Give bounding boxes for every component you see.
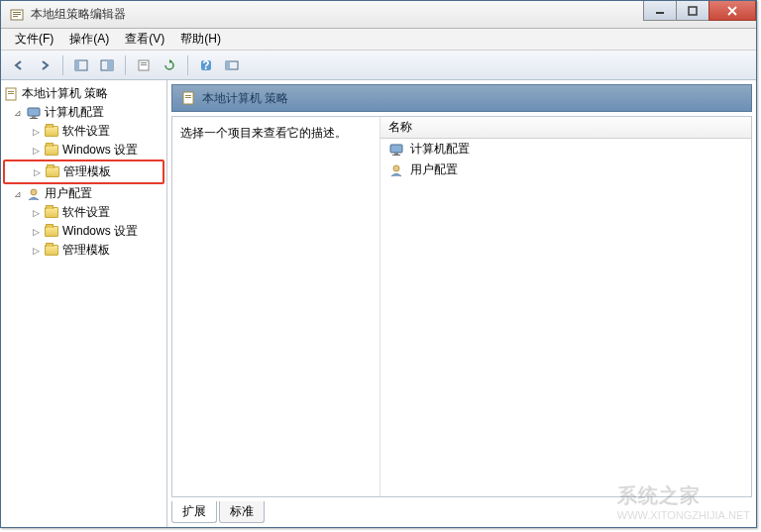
menu-help[interactable]: 帮助(H) [172,29,229,50]
arrow-right-icon[interactable]: ▷ [31,227,41,237]
window-title: 本地组策略编辑器 [31,6,126,23]
svg-rect-21 [32,116,36,118]
tree-item-software-settings[interactable]: ▷ 软件设置 [3,122,164,141]
arrow-right-icon[interactable]: ▷ [31,146,41,156]
tab-standard[interactable]: 标准 [219,501,265,523]
computer-icon [388,142,404,158]
tree-label: Windows 设置 [62,142,138,159]
svg-rect-12 [141,64,147,65]
menu-file[interactable]: 文件(F) [7,29,61,50]
toolbar-panel1-button[interactable] [69,53,93,77]
svg-rect-7 [75,60,79,70]
minimize-button[interactable] [643,1,677,21]
folder-icon [44,224,59,240]
list-item-label: 用户配置 [410,161,458,178]
svg-rect-26 [185,97,191,98]
content-area: 本地计算机 策略 ⊿ 计算机配置 ▷ 软件设置 ▷ Windows 设置 ▷ [1,80,756,527]
policy-icon [3,86,19,102]
tree-label: 软件设置 [62,204,110,221]
tree-label: 管理模板 [62,242,110,259]
right-header: 本地计算机 策略 [171,84,752,112]
computer-icon [26,105,42,121]
policy-icon [180,90,196,106]
help-button[interactable]: ? [194,53,218,77]
window-frame: 本地组策略编辑器 文件(F) 操作(A) 查看(V) 帮助(H) ? 本地计算机… [0,0,757,528]
back-button[interactable] [7,53,31,77]
column-header-name: 名称 [388,119,412,136]
right-panel: 本地计算机 策略 选择一个项目来查看它的描述。 名称 计算机配置 [167,80,756,527]
svg-rect-28 [394,153,398,155]
forward-button[interactable] [33,53,56,77]
tree-label: 软件设置 [62,123,110,140]
tree-item-admin-templates-user[interactable]: ▷ 管理模板 [3,241,164,260]
svg-rect-5 [689,7,697,15]
toolbar-panel2-button[interactable] [95,53,119,77]
svg-rect-19 [8,93,14,94]
svg-point-30 [393,165,399,171]
properties-button[interactable] [132,53,156,77]
arrow-down-icon[interactable]: ⊿ [13,108,23,118]
arrow-right-icon[interactable]: ▷ [32,167,42,177]
tree-root-label: 本地计算机 策略 [22,85,108,102]
svg-rect-2 [13,14,21,15]
folder-icon [44,143,59,159]
list-item-computer-config[interactable]: 计算机配置 [380,139,751,160]
list-header[interactable]: 名称 [380,117,751,139]
menu-action[interactable]: 操作(A) [61,29,117,50]
tab-extended[interactable]: 扩展 [171,501,217,523]
tree-item-software-settings-user[interactable]: ▷ 软件设置 [3,203,164,222]
tree-label: 计算机配置 [45,104,104,121]
folder-icon [44,205,59,221]
description-column: 选择一个项目来查看它的描述。 [172,117,380,496]
svg-rect-3 [13,16,18,17]
close-button[interactable] [708,1,756,21]
user-icon [26,186,42,202]
description-text: 选择一个项目来查看它的描述。 [180,126,347,140]
list-item-user-config[interactable]: 用户配置 [380,160,751,180]
user-icon [388,162,404,178]
svg-rect-29 [392,155,400,156]
tree-label: 管理模板 [63,163,111,180]
tree-item-computer-config[interactable]: ⊿ 计算机配置 [3,103,164,122]
tree-panel[interactable]: 本地计算机 策略 ⊿ 计算机配置 ▷ 软件设置 ▷ Windows 设置 ▷ [1,80,167,527]
tree-item-windows-settings[interactable]: ▷ Windows 设置 [3,141,164,160]
tree-item-admin-templates[interactable]: ▷ 管理模板 [6,162,162,181]
tab-bar: 扩展 标准 [171,501,752,523]
toolbar-separator [62,55,63,75]
tree-item-windows-settings-user[interactable]: ▷ Windows 设置 [3,222,164,241]
tree-label: Windows 设置 [62,223,138,240]
right-header-title: 本地计算机 策略 [202,90,288,107]
toolbar-separator [187,55,188,75]
svg-rect-27 [390,145,402,153]
toolbar-extra-button[interactable] [220,53,244,77]
list-column: 名称 计算机配置 用户配置 [380,117,751,496]
svg-rect-16 [226,61,230,69]
arrow-right-icon[interactable]: ▷ [31,246,41,256]
refresh-button[interactable] [158,53,181,77]
svg-rect-9 [107,60,113,70]
titlebar[interactable]: 本地组策略编辑器 [1,1,756,29]
svg-rect-11 [141,62,147,63]
svg-rect-1 [13,12,21,13]
svg-rect-18 [8,91,14,92]
tree-label: 用户配置 [45,185,92,202]
folder-icon [44,243,59,259]
menu-view[interactable]: 查看(V) [117,29,172,50]
tree-item-user-config[interactable]: ⊿ 用户配置 [3,184,164,203]
list-item-label: 计算机配置 [410,141,470,158]
highlight-box: ▷ 管理模板 [3,160,164,184]
svg-rect-4 [656,12,664,14]
arrow-down-icon[interactable]: ⊿ [13,189,23,199]
right-body: 选择一个项目来查看它的描述。 名称 计算机配置 用户配置 [171,116,752,497]
toolbar: ? [1,51,756,80]
menubar: 文件(F) 操作(A) 查看(V) 帮助(H) [1,29,756,51]
tree-root[interactable]: 本地计算机 策略 [3,84,164,103]
svg-point-23 [31,189,37,195]
maximize-button[interactable] [676,1,709,21]
toolbar-separator [125,55,126,75]
app-icon [9,7,25,23]
svg-text:?: ? [202,58,209,72]
arrow-right-icon[interactable]: ▷ [31,208,41,218]
folder-icon [45,164,60,180]
arrow-right-icon[interactable]: ▷ [31,127,41,137]
